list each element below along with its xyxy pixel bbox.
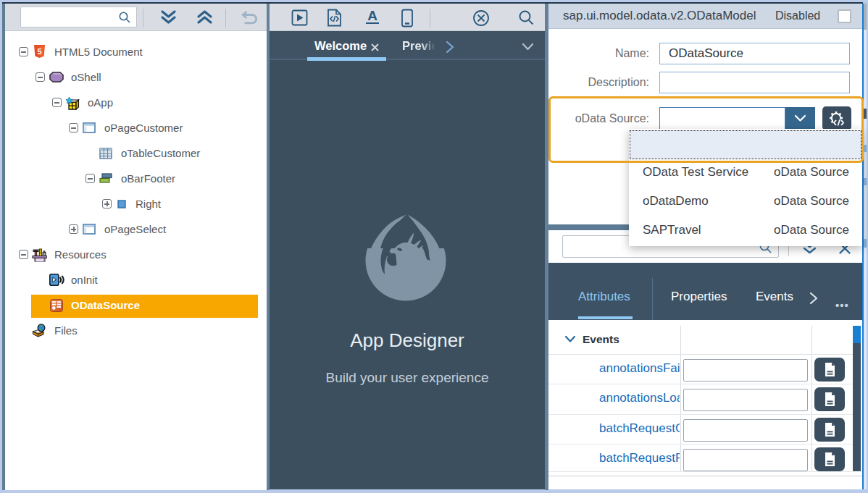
svg-text:5: 5 <box>37 47 41 56</box>
